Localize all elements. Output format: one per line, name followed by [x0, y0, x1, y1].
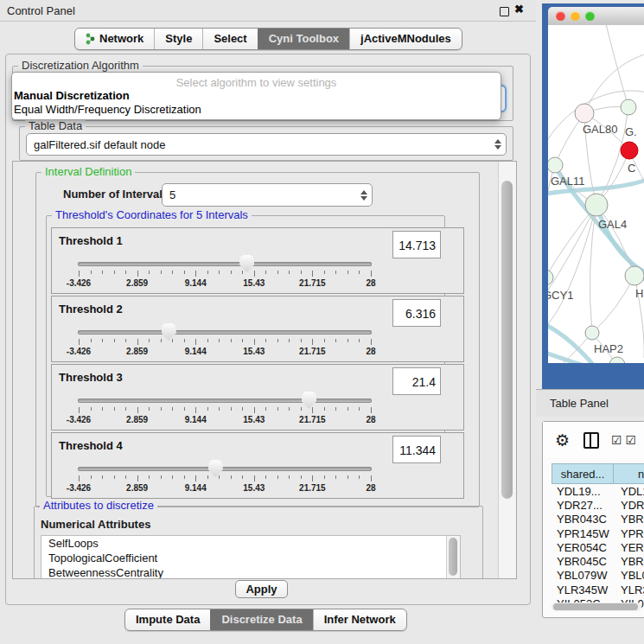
network-node[interactable]	[621, 142, 638, 159]
tick-label: 15.43	[243, 278, 265, 288]
table-cell: YBR045C	[552, 555, 617, 568]
table-row[interactable]: YDL19...YDL1	[552, 484, 644, 498]
tab-discretize-data[interactable]: Discretize Data	[210, 609, 312, 630]
table-row[interactable]: YLR345WYLR3	[552, 583, 644, 596]
table-column-header[interactable]: n	[614, 463, 644, 484]
table-panel-title: Table Panel	[550, 397, 609, 410]
table-row[interactable]: YBR045CYBR0	[552, 554, 644, 568]
attributes-scrollbar[interactable]	[446, 536, 460, 579]
threshold-slider[interactable]: -3.4262.8599.14415.4321.71528	[78, 256, 372, 290]
threshold-panel-2: Threshold 2-3.4262.8599.14415.4321.71528…	[51, 296, 464, 362]
algorithm-option-manual[interactable]: Manual Discretization	[14, 89, 130, 102]
network-edge[interactable]	[596, 205, 644, 274]
network-canvas[interactable]: GAL80G.CGAL11GAL4GCY1HHAP2	[548, 25, 644, 363]
tick-label: -3.426	[67, 347, 91, 356]
threshold-value-field[interactable]: 21.4	[392, 367, 441, 395]
control-panel-title: Control Panel	[7, 4, 75, 17]
checkbox-icon[interactable]: ☑	[626, 433, 637, 447]
table-row[interactable]: YBR043CYBR0	[552, 513, 644, 526]
apply-button[interactable]: Apply	[235, 580, 288, 598]
mac-close-button[interactable]	[556, 11, 565, 21]
gear-icon[interactable]: ⚙	[555, 432, 570, 449]
tab-network[interactable]: Network	[75, 29, 154, 49]
attribute-list-item[interactable]: TopologicalCoefficient	[41, 551, 460, 565]
settings-scrollbar-thumb[interactable]	[501, 181, 513, 499]
table-hscroll-thumb[interactable]	[553, 603, 638, 610]
threshold-value-field[interactable]: 6.316	[392, 299, 441, 327]
threshold-panel-3: Threshold 3-3.4262.8599.14415.4321.71528…	[51, 364, 464, 430]
slider-ticks	[79, 407, 371, 414]
tab-infer-network[interactable]: Infer Network	[313, 609, 406, 630]
tab-cyni-toolbox[interactable]: Cyni Toolbox	[258, 29, 349, 49]
tab-jactivemnodules[interactable]: jActiveMNodules	[349, 29, 462, 49]
slider-ticks	[79, 271, 371, 277]
mac-minimize-button[interactable]	[571, 11, 580, 21]
table-row[interactable]: YBL079WYBL0	[552, 569, 644, 583]
tab-style[interactable]: Style	[154, 29, 202, 49]
network-edge[interactable]	[592, 276, 634, 333]
network-icon	[86, 33, 95, 45]
table-column-header[interactable]: shared...	[552, 463, 614, 484]
slider-handle[interactable]	[302, 392, 316, 409]
slider-track[interactable]	[78, 330, 372, 335]
threshold-label: Threshold 1	[59, 234, 123, 247]
slider-handle[interactable]	[208, 460, 223, 477]
slider-handle[interactable]	[239, 255, 254, 272]
network-node[interactable]	[548, 157, 563, 173]
table-row[interactable]: YPR145WYPR1	[552, 526, 644, 540]
attribute-list-item[interactable]: BetweennessCentrality	[41, 565, 460, 579]
table-cell: YBR0	[617, 513, 644, 526]
table-panel-header: Table Panel	[536, 389, 644, 417]
tab-impute-data[interactable]: Impute Data	[125, 609, 210, 630]
algorithm-placeholder-option[interactable]: Select algorithm to view settings	[12, 76, 501, 89]
settings-scrollbar[interactable]	[498, 162, 516, 578]
interval-definition-title: Interval Definition	[41, 165, 135, 178]
node-label: GAL11	[551, 175, 585, 188]
threshold-slider[interactable]: -3.4262.8599.14415.4321.71528	[78, 461, 372, 495]
table-cell: YDL1	[617, 485, 644, 498]
slider-track[interactable]	[78, 467, 372, 471]
tick-label: 9.144	[185, 483, 207, 493]
threshold-value-field[interactable]: 14.713	[392, 231, 441, 258]
network-node[interactable]	[621, 99, 636, 115]
tick-label: 9.144	[185, 415, 207, 424]
table-row[interactable]: YDR27...YDR2	[552, 498, 644, 512]
checkbox-icon[interactable]: ☑	[611, 433, 622, 447]
algorithm-dropdown-popup: Select algorithm to view settings Manual…	[11, 72, 501, 120]
slider-track[interactable]	[78, 399, 372, 403]
network-edge[interactable]	[548, 205, 596, 329]
threshold-value-field[interactable]: 11.344	[392, 436, 441, 463]
close-icon[interactable]: ✖	[514, 3, 524, 16]
network-edge[interactable]	[605, 25, 628, 107]
table-cell: YLR345W	[552, 583, 617, 596]
attributes-group-title: Attributes to discretize	[40, 499, 157, 512]
table-cell: YER0	[617, 541, 644, 554]
network-node[interactable]	[575, 104, 594, 123]
numerical-attributes-list[interactable]: SelfLoopsTopologicalCoefficientBetweenne…	[41, 535, 461, 579]
float-window-icon[interactable]	[500, 7, 509, 16]
attribute-list-item[interactable]: SelfLoops	[41, 536, 460, 551]
tick-label: 2.859	[126, 278, 148, 288]
tick-label: -3.426	[67, 483, 91, 493]
tick-label: 9.144	[185, 347, 207, 356]
network-node[interactable]	[585, 326, 599, 340]
table-cell: YDR27...	[552, 499, 617, 512]
table-row[interactable]: YER054CYER0	[552, 540, 644, 554]
node-label: G.	[625, 125, 637, 138]
split-columns-icon[interactable]	[583, 432, 599, 449]
table-data-combobox[interactable]: galFiltered.sif default node	[26, 133, 507, 156]
table-horizontal-scrollbar[interactable]	[552, 603, 641, 611]
tick-label: 15.43	[243, 483, 265, 493]
network-edge[interactable]	[548, 205, 596, 297]
number-of-intervals-combobox[interactable]: 5	[162, 183, 373, 207]
slider-handle[interactable]	[162, 323, 176, 341]
slider-track[interactable]	[78, 262, 372, 266]
network-node[interactable]	[585, 194, 608, 216]
network-node[interactable]	[625, 266, 644, 285]
threshold-slider[interactable]: -3.4262.8599.14415.4321.71528	[78, 324, 372, 359]
threshold-slider[interactable]: -3.4262.8599.14415.4321.71528	[78, 392, 372, 427]
mac-zoom-button[interactable]	[585, 11, 595, 21]
tab-select[interactable]: Select	[202, 29, 257, 49]
algorithm-option-equal-width[interactable]: Equal Width/Frequency Discretization	[14, 103, 201, 116]
node-label: HAP2	[594, 342, 623, 355]
